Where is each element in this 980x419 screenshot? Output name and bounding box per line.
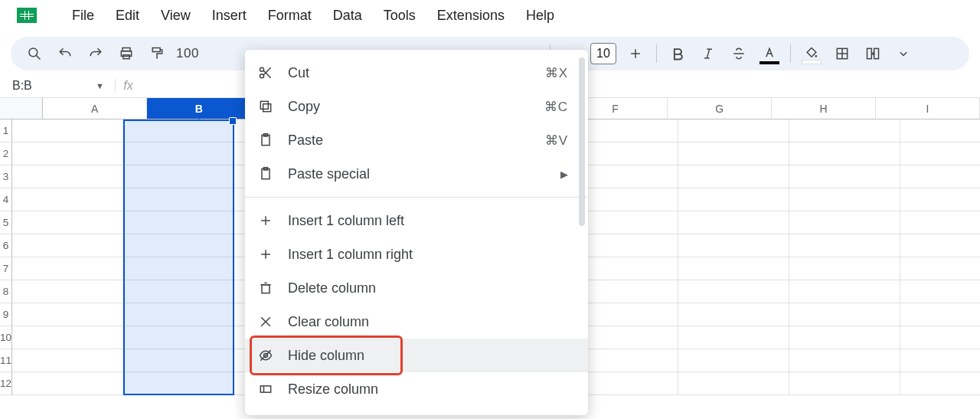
cell[interactable] [12,257,123,280]
row-header[interactable]: 2 [0,142,12,165]
ctx-paste[interactable]: Paste ⌘V [245,123,588,157]
fill-color-icon[interactable] [799,41,825,67]
more-dropdown-icon[interactable] [890,41,916,67]
cell[interactable] [678,257,789,280]
cell[interactable] [12,165,123,188]
cell[interactable] [123,234,234,257]
column-header-i[interactable]: I [876,98,980,119]
row-header[interactable]: 6 [0,234,12,257]
menu-data[interactable]: Data [322,2,373,30]
cell[interactable] [789,142,900,165]
cell[interactable] [123,211,234,234]
cell[interactable] [12,280,123,303]
cell[interactable] [789,372,900,395]
menu-tools[interactable]: Tools [373,2,426,30]
name-box[interactable]: B:B ▼ [0,79,115,93]
cell[interactable] [678,326,789,349]
fontsize-input[interactable] [590,43,616,64]
cell[interactable] [678,372,789,395]
text-color-icon[interactable] [756,41,782,67]
cell[interactable] [900,188,980,211]
zoom-select[interactable]: 100 [175,41,201,67]
cell[interactable] [789,234,900,257]
cell[interactable] [678,188,789,211]
sheets-logo-icon[interactable] [15,6,38,25]
ctx-hide-column[interactable]: Hide column [245,339,588,372]
cell[interactable] [789,349,900,372]
cell[interactable] [123,349,234,372]
print-icon[interactable] [113,41,139,67]
cell[interactable] [123,188,234,211]
cell[interactable] [900,303,980,326]
cell[interactable] [789,326,900,349]
menu-extensions[interactable]: Extensions [426,2,515,30]
cell[interactable] [900,211,980,234]
row-header[interactable]: 10 [0,326,12,349]
italic-icon[interactable] [695,41,721,67]
column-header-b[interactable]: B [147,98,251,119]
menu-view[interactable]: View [150,2,201,30]
row-header[interactable]: 8 [0,280,12,303]
menu-insert[interactable]: Insert [201,2,257,30]
cell[interactable] [12,142,123,165]
row-header[interactable]: 5 [0,211,12,234]
ctx-resize-column[interactable]: Resize column [245,372,588,406]
strikethrough-icon[interactable] [726,41,752,67]
cell[interactable] [123,142,234,165]
cell[interactable] [12,326,123,349]
ctx-clear-column[interactable]: Clear column [245,305,588,339]
select-all-corner[interactable] [0,98,43,119]
cell[interactable] [123,119,234,142]
cell[interactable] [900,372,980,395]
search-icon[interactable] [21,41,47,67]
cell[interactable] [789,257,900,280]
cell[interactable] [900,119,980,142]
menu-help[interactable]: Help [515,2,565,30]
column-header-h[interactable]: H [772,98,876,119]
cell[interactable] [678,280,789,303]
row-header[interactable]: 9 [0,303,12,326]
cell[interactable] [678,303,789,326]
row-header[interactable]: 11 [0,349,12,372]
row-header[interactable]: 12 [0,372,12,395]
cell[interactable] [900,142,980,165]
row-header[interactable]: 1 [0,119,12,142]
menu-file[interactable]: File [61,2,105,30]
cell[interactable] [12,211,123,234]
redo-icon[interactable] [83,41,109,67]
cell[interactable] [123,165,234,188]
row-header[interactable]: 7 [0,257,12,280]
cell[interactable] [900,165,980,188]
cell[interactable] [789,211,900,234]
row-header[interactable]: 4 [0,188,12,211]
cell[interactable] [12,119,123,142]
column-header-a[interactable]: A [43,98,147,119]
fontsize-increase-icon[interactable] [622,41,648,67]
column-header-g[interactable]: G [668,98,772,119]
bold-icon[interactable] [665,41,691,67]
cell[interactable] [678,165,789,188]
cell[interactable] [12,188,123,211]
cell[interactable] [678,234,789,257]
ctx-insert-right[interactable]: Insert 1 column right [245,237,588,271]
ctx-cut[interactable]: Cut ⌘X [245,56,588,90]
cell[interactable] [678,211,789,234]
cell[interactable] [789,188,900,211]
borders-icon[interactable] [829,41,855,67]
ctx-copy[interactable]: Copy ⌘C [245,90,588,123]
cell[interactable] [123,303,234,326]
cell[interactable] [678,142,789,165]
cell[interactable] [12,234,123,257]
cell[interactable] [900,280,980,303]
cell[interactable] [789,303,900,326]
undo-icon[interactable] [52,41,78,67]
cell[interactable] [123,326,234,349]
cell[interactable] [900,257,980,280]
cell[interactable] [678,119,789,142]
menu-format[interactable]: Format [257,2,322,30]
cell[interactable] [900,326,980,349]
ctx-paste-special[interactable]: Paste special ▶ [245,157,588,191]
cell[interactable] [678,349,789,372]
cell[interactable] [123,280,234,303]
cell[interactable] [900,234,980,257]
